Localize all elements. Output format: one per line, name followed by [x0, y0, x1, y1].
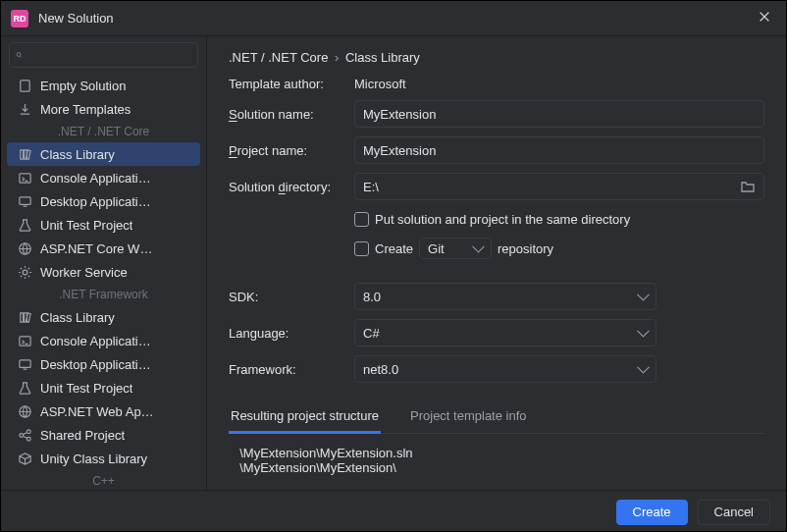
create-repo-label-post: repository — [498, 241, 553, 256]
breadcrumb: .NET / .NET Core › Class Library — [229, 50, 764, 65]
project-name-label: Project name: — [229, 143, 348, 158]
globe-icon — [17, 403, 32, 419]
sidebar-item-label: Class Library — [40, 147, 115, 162]
sdk-select[interactable]: 8.0 — [354, 283, 656, 310]
sidebar-item-label: Unity Class Library — [40, 452, 147, 466]
solution-directory-label: Solution directory: — [229, 180, 348, 194]
create-repo-label-pre: Create — [375, 241, 413, 256]
chevron-right-icon: › — [335, 50, 339, 65]
same-directory-label: Put solution and project in the same dir… — [375, 212, 630, 227]
breadcrumb-item: Class Library — [345, 50, 420, 65]
lib-icon — [17, 309, 32, 325]
folder-icon[interactable] — [740, 179, 756, 194]
desktop-icon — [17, 356, 32, 372]
sidebar-group-header: .NET / .NET Core — [7, 121, 200, 142]
create-repo-checkbox[interactable] — [354, 241, 369, 256]
sidebar-item-0-3[interactable]: Unit Test Project — [7, 213, 200, 237]
console-icon — [17, 170, 32, 186]
search-icon — [16, 48, 23, 62]
language-label: Language: — [229, 326, 348, 341]
solution-name-label: Solution name: — [229, 107, 348, 122]
sidebar-item-1-3[interactable]: Unit Test Project — [7, 376, 200, 399]
console-icon — [17, 333, 32, 348]
template-tree: Empty SolutionMore Templates.NET / .NET … — [1, 72, 206, 490]
doc-icon — [17, 78, 32, 93]
sidebar-item-label: Empty Solution — [40, 79, 126, 93]
test-icon — [17, 217, 32, 233]
gear-icon — [17, 264, 32, 280]
sidebar: Empty SolutionMore Templates.NET / .NET … — [1, 36, 207, 490]
vcs-select[interactable]: Git — [419, 238, 492, 259]
sidebar-item-label: Console Applicati… — [40, 334, 151, 348]
sidebar-item-label: Unit Test Project — [40, 381, 132, 396]
tab-template-info[interactable]: Project template info — [408, 402, 529, 434]
sidebar-item-1-5[interactable]: Shared Project — [7, 423, 200, 447]
window-title: New Solution — [38, 11, 753, 26]
close-button[interactable] — [753, 10, 776, 27]
sidebar-item-1-0[interactable]: Class Library — [7, 305, 200, 329]
sidebar-item-label: More Templates — [40, 102, 131, 117]
sidebar-item-1-1[interactable]: Console Applicati… — [7, 329, 200, 352]
package-icon — [17, 451, 32, 466]
dialog-footer: Create Cancel — [1, 490, 786, 532]
sidebar-group-header: C++ — [7, 470, 200, 490]
sidebar-top-1[interactable]: More Templates — [7, 97, 200, 121]
sidebar-item-label: Unit Test Project — [40, 218, 132, 233]
download-icon — [17, 101, 32, 117]
sidebar-group-header: .NET Framework — [7, 284, 200, 305]
title-bar: RD New Solution — [1, 1, 786, 36]
sidebar-item-label: Worker Service — [40, 265, 128, 280]
search-input[interactable] — [9, 42, 198, 68]
tab-structure[interactable]: Resulting project structure — [229, 402, 381, 434]
sidebar-item-label: Console Applicati… — [40, 171, 151, 186]
svg-point-8 — [17, 53, 21, 57]
language-select[interactable]: C# — [354, 319, 656, 346]
app-icon: RD — [11, 10, 28, 27]
create-button[interactable]: Create — [616, 500, 688, 525]
sidebar-item-0-5[interactable]: Worker Service — [7, 260, 200, 284]
solution-directory-input[interactable] — [354, 173, 764, 200]
sidebar-item-1-2[interactable]: Desktop Applicati… — [7, 352, 200, 376]
sidebar-item-1-4[interactable]: ASP.NET Web Ap… — [7, 399, 200, 423]
template-author-label: Template author: — [229, 77, 348, 91]
same-directory-checkbox[interactable] — [354, 212, 369, 227]
test-icon — [17, 380, 32, 396]
sidebar-top-0[interactable]: Empty Solution — [7, 74, 200, 97]
template-author-value: Microsoft — [354, 77, 764, 91]
sidebar-item-label: Desktop Applicati… — [40, 357, 151, 372]
content-pane: .NET / .NET Core › Class Library Templat… — [207, 36, 786, 490]
framework-select[interactable]: net8.0 — [354, 355, 656, 383]
share-icon — [17, 427, 32, 443]
desktop-icon — [17, 193, 32, 209]
breadcrumb-group: .NET / .NET Core — [229, 50, 328, 65]
framework-label: Framework: — [229, 362, 348, 377]
sidebar-item-label: ASP.NET Web Ap… — [40, 404, 154, 419]
project-name-input[interactable] — [354, 136, 764, 164]
close-icon — [758, 10, 771, 24]
sidebar-item-1-6[interactable]: Unity Class Library — [7, 447, 200, 470]
globe-icon — [17, 240, 32, 256]
sidebar-item-0-2[interactable]: Desktop Applicati… — [7, 189, 200, 213]
sdk-label: SDK: — [229, 290, 348, 304]
sidebar-item-0-0[interactable]: Class Library — [7, 142, 200, 166]
search-field[interactable] — [26, 48, 191, 63]
content-tabs: Resulting project structure Project temp… — [229, 402, 764, 434]
solution-name-input[interactable] — [354, 100, 764, 128]
sidebar-item-label: Shared Project — [40, 428, 125, 443]
sidebar-item-label: Class Library — [40, 310, 115, 325]
sidebar-item-0-1[interactable]: Console Applicati… — [7, 166, 200, 189]
lib-icon — [17, 146, 32, 162]
sidebar-item-label: Desktop Applicati… — [40, 194, 151, 209]
sidebar-item-label: ASP.NET Core W… — [40, 241, 152, 256]
sidebar-item-0-4[interactable]: ASP.NET Core W… — [7, 237, 200, 260]
cancel-button[interactable]: Cancel — [698, 500, 770, 525]
project-structure: \MyExtension\MyExtension.sln \MyExtensio… — [229, 434, 764, 487]
